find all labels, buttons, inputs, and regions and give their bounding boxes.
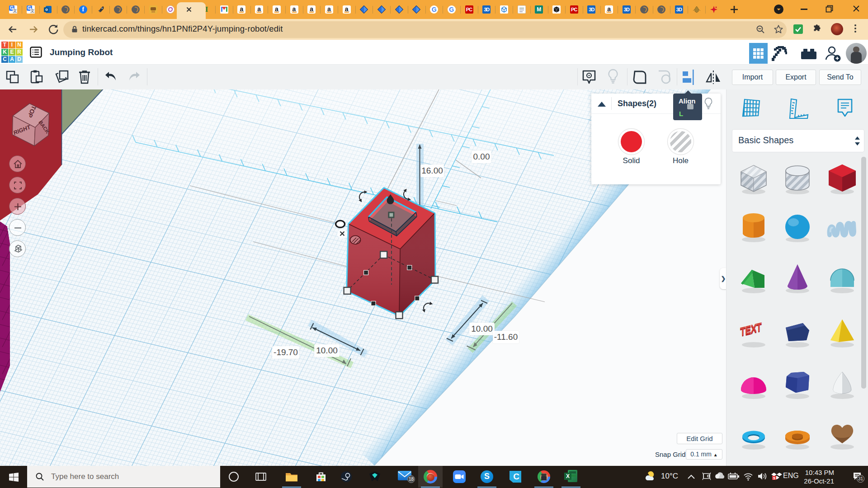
svg-text:5: 5: [773, 476, 775, 480]
svg-text:TEXT: TEXT: [740, 320, 762, 338]
